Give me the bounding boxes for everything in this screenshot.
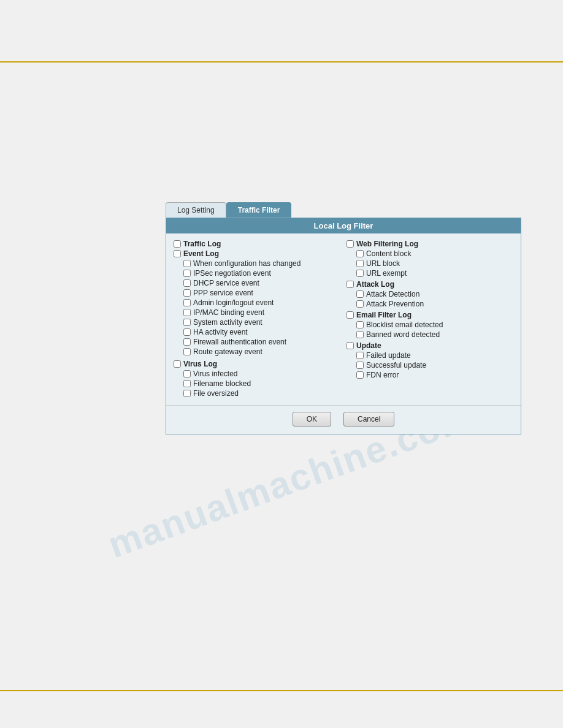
email-filter-checkbox[interactable] <box>347 311 354 319</box>
event-log-item-1: IPSec negotiation event <box>183 269 340 278</box>
tab-traffic-filter[interactable]: Traffic Filter <box>226 202 292 218</box>
attack-prevention-checkbox[interactable] <box>356 300 364 308</box>
attack-log-item-0: Attack Detection <box>356 290 513 298</box>
admin-login-label: Admin login/logout event <box>193 298 274 307</box>
ppp-service-checkbox[interactable] <box>183 289 191 297</box>
system-activity-checkbox[interactable] <box>183 319 191 326</box>
url-block-label: URL block <box>366 259 400 268</box>
blocklist-email-checkbox[interactable] <box>356 321 364 328</box>
top-border <box>0 61 563 63</box>
web-filtering-label: Web Filtering Log <box>356 240 418 248</box>
event-log-item-2: DHCP service event <box>183 279 340 287</box>
web-filtering-item-1: URL block <box>356 259 513 268</box>
cancel-button[interactable]: Cancel <box>343 412 394 427</box>
route-gateway-label: Route gateway event <box>193 347 262 356</box>
update-label: Update <box>356 341 381 350</box>
virus-log-section: Virus Log <box>174 360 340 368</box>
ipsec-negotiation-checkbox[interactable] <box>183 270 191 277</box>
update-checkbox[interactable] <box>347 342 354 349</box>
web-filtering-item-2: URL exempt <box>356 269 513 278</box>
event-log-section: Event Log <box>174 249 340 258</box>
firewall-auth-label: Firewall authentication event <box>193 338 286 346</box>
traffic-log-checkbox[interactable] <box>174 240 181 248</box>
event-log-item-4: Admin login/logout event <box>183 298 340 307</box>
virus-log-item-0: Virus infected <box>183 370 340 378</box>
web-filtering-checkbox[interactable] <box>347 240 354 248</box>
ppp-service-label: PPP service event <box>193 289 253 297</box>
web-filtering-item-0: Content block <box>356 249 513 258</box>
ha-activity-checkbox[interactable] <box>183 328 191 336</box>
attack-detection-label: Attack Detection <box>366 290 419 298</box>
email-filter-item-1: Banned word detected <box>356 330 513 339</box>
traffic-log-label: Traffic Log <box>183 240 221 248</box>
url-block-checkbox[interactable] <box>356 260 364 267</box>
firewall-auth-checkbox[interactable] <box>183 338 191 346</box>
blocklist-email-label: Blocklist email detected <box>366 320 443 329</box>
content-block-label: Content block <box>366 249 411 258</box>
virus-log-label: Virus Log <box>183 360 217 368</box>
traffic-log-section: Traffic Log <box>174 240 340 248</box>
event-log-label: Event Log <box>183 249 219 258</box>
when-config-changed-label: When configuration has changed <box>193 259 301 268</box>
fdn-error-checkbox[interactable] <box>356 371 364 379</box>
event-log-item-5: IP/MAC binding event <box>183 308 340 317</box>
web-filtering-section: Web Filtering Log <box>347 240 513 248</box>
ha-activity-label: HA activity event <box>193 328 248 336</box>
attack-prevention-label: Attack Prevention <box>366 300 424 308</box>
update-section: Update <box>347 341 513 350</box>
url-exempt-label: URL exempt <box>366 269 407 278</box>
ip-mac-binding-checkbox[interactable] <box>183 309 191 316</box>
event-log-item-7: HA activity event <box>183 328 340 336</box>
virus-log-checkbox[interactable] <box>174 360 181 368</box>
left-column: Traffic Log Event Log When configuration… <box>174 240 340 399</box>
dialog-content: Traffic Log Event Log When configuration… <box>166 233 521 405</box>
dialog-header: Local Log Filter <box>166 218 521 233</box>
ip-mac-binding-label: IP/MAC binding event <box>193 308 264 317</box>
dhcp-service-checkbox[interactable] <box>183 279 191 287</box>
update-item-2: FDN error <box>356 371 513 379</box>
event-log-item-3: PPP service event <box>183 289 340 297</box>
file-oversized-checkbox[interactable] <box>183 390 191 397</box>
tab-log-setting[interactable]: Log Setting <box>166 202 226 218</box>
successful-update-checkbox[interactable] <box>356 362 364 369</box>
event-log-item-9: Route gateway event <box>183 347 340 356</box>
url-exempt-checkbox[interactable] <box>356 270 364 277</box>
when-config-changed-checkbox[interactable] <box>183 260 191 267</box>
route-gateway-checkbox[interactable] <box>183 348 191 355</box>
system-activity-label: System activity event <box>193 318 262 327</box>
failed-update-label: Failed update <box>366 351 411 360</box>
virus-log-item-1: Filename blocked <box>183 379 340 388</box>
successful-update-label: Successful update <box>366 361 426 370</box>
filename-blocked-checkbox[interactable] <box>183 380 191 387</box>
attack-log-checkbox[interactable] <box>347 281 354 288</box>
virus-log-item-2: File oversized <box>183 389 340 398</box>
ok-button[interactable]: OK <box>293 412 331 427</box>
ipsec-negotiation-label: IPSec negotiation event <box>193 269 271 278</box>
tabs-row: Log Setting Traffic Filter <box>166 202 521 218</box>
bottom-border <box>0 690 563 691</box>
attack-log-item-1: Attack Prevention <box>356 300 513 308</box>
dhcp-service-label: DHCP service event <box>193 279 259 287</box>
fdn-error-label: FDN error <box>366 371 399 379</box>
dialog-box: Local Log Filter Traffic Log Event Log W… <box>166 218 521 434</box>
update-item-0: Failed update <box>356 351 513 360</box>
virus-infected-checkbox[interactable] <box>183 370 191 377</box>
admin-login-checkbox[interactable] <box>183 299 191 306</box>
banned-word-checkbox[interactable] <box>356 331 364 338</box>
attack-detection-checkbox[interactable] <box>356 290 364 298</box>
dialog-footer: OK Cancel <box>166 405 521 434</box>
banned-word-label: Banned word detected <box>366 330 440 339</box>
event-log-checkbox[interactable] <box>174 250 181 257</box>
update-item-1: Successful update <box>356 361 513 370</box>
file-oversized-label: File oversized <box>193 389 239 398</box>
attack-log-label: Attack Log <box>356 280 394 289</box>
dialog-container: Log Setting Traffic Filter Local Log Fil… <box>166 202 521 434</box>
event-log-item-8: Firewall authentication event <box>183 338 340 346</box>
right-column: Web Filtering Log Content block URL bloc… <box>347 240 513 399</box>
content-block-checkbox[interactable] <box>356 250 364 257</box>
email-filter-section: Email Filter Log <box>347 311 513 319</box>
email-filter-item-0: Blocklist email detected <box>356 320 513 329</box>
failed-update-checkbox[interactable] <box>356 352 364 359</box>
event-log-item-0: When configuration has changed <box>183 259 340 268</box>
email-filter-label: Email Filter Log <box>356 311 412 319</box>
